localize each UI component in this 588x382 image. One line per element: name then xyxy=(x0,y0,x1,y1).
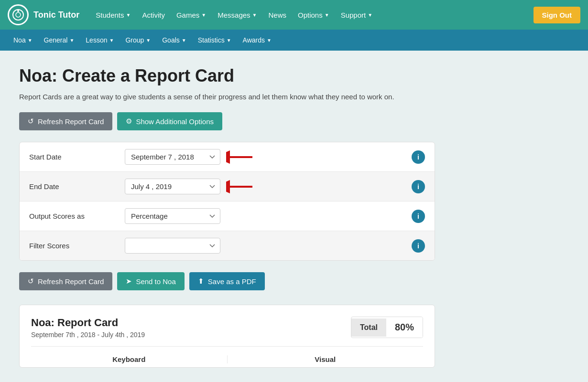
start-date-label: Start Date xyxy=(29,153,125,161)
filter-scores-row: Filter Scores i xyxy=(20,231,435,260)
chevron-down-icon: ▼ xyxy=(267,38,272,43)
logo-title: Tonic Tutor xyxy=(33,10,79,20)
filter-scores-label: Filter Scores xyxy=(29,242,125,250)
logo-area[interactable]: Tonic Tutor xyxy=(8,4,79,25)
subnav-general[interactable]: General ▼ xyxy=(38,33,80,47)
main-content: Noa: Create a Report Card Report Cards a… xyxy=(0,51,459,382)
output-scores-label: Output Scores as xyxy=(29,212,125,220)
start-date-select[interactable]: September 7 , 2018 xyxy=(125,149,220,165)
report-card-title: Noa: Report Card xyxy=(31,317,145,329)
subnav-statistics[interactable]: Statistics ▼ xyxy=(192,33,237,47)
report-card-date: September 7th , 2018 - July 4th , 2019 xyxy=(31,331,145,339)
refresh-report-card-button-bottom[interactable]: ↺ Refresh Report Card xyxy=(19,272,112,290)
sign-out-button[interactable]: Sign Out xyxy=(534,7,581,23)
logo-icon xyxy=(8,4,29,25)
end-date-control-area: July 4 , 2019 xyxy=(125,179,412,194)
chevron-down-icon: ▼ xyxy=(325,12,329,18)
nav-students[interactable]: Students ▼ xyxy=(91,7,135,23)
report-card-header: Noa: Report Card September 7th , 2018 - … xyxy=(31,317,423,339)
bottom-action-row: ↺ Refresh Report Card ➤ Send to Noa ⬆ Sa… xyxy=(19,272,440,290)
start-date-control-area: September 7 , 2018 xyxy=(125,149,412,165)
chevron-down-icon: ▼ xyxy=(368,12,372,18)
start-date-info-icon[interactable]: i xyxy=(412,150,425,164)
nav-support[interactable]: Support ▼ xyxy=(336,7,377,23)
top-navigation: Tonic Tutor Students ▼ Activity Games ▼ … xyxy=(0,0,588,30)
red-arrow-annotation-end xyxy=(226,180,255,194)
output-scores-select[interactable]: Percentage xyxy=(125,208,220,224)
end-date-label: End Date xyxy=(29,182,125,191)
report-card-section: Noa: Report Card September 7th , 2018 - … xyxy=(19,305,435,368)
end-date-select[interactable]: July 4 , 2019 xyxy=(125,179,220,194)
report-card-title-area: Noa: Report Card September 7th , 2018 - … xyxy=(31,317,145,339)
nav-options[interactable]: Options ▼ xyxy=(293,7,334,23)
refresh-report-card-button-top[interactable]: ↺ Refresh Report Card xyxy=(19,112,112,130)
subnav-noa[interactable]: Noa ▼ xyxy=(8,33,38,47)
report-col-visual: Visual xyxy=(228,351,424,367)
report-card-form: Start Date September 7 , 2018 i xyxy=(19,142,435,261)
chevron-down-icon: ▼ xyxy=(126,12,131,18)
page-title: Noa: Create a Report Card xyxy=(19,66,440,86)
send-icon: ➤ xyxy=(126,277,132,286)
refresh-icon: ↺ xyxy=(28,117,34,126)
chevron-down-icon: ▼ xyxy=(146,38,151,43)
chevron-down-icon: ▼ xyxy=(252,12,257,18)
output-scores-info-icon[interactable]: i xyxy=(412,210,425,223)
total-label: Total xyxy=(351,318,386,337)
subnav-group[interactable]: Group ▼ xyxy=(120,33,156,47)
chevron-down-icon: ▼ xyxy=(69,38,74,43)
report-col-keyboard: Keyboard xyxy=(31,351,227,367)
chevron-down-icon: ▼ xyxy=(28,38,33,43)
svg-point-1 xyxy=(16,12,21,17)
filter-scores-select[interactable] xyxy=(125,238,220,254)
output-scores-row: Output Scores as Percentage i xyxy=(20,202,435,231)
subnav-goals[interactable]: Goals ▼ xyxy=(156,33,192,47)
nav-messages[interactable]: Messages ▼ xyxy=(213,7,261,23)
page-description: Report Cards are a great way to give stu… xyxy=(19,93,440,101)
chevron-down-icon: ▼ xyxy=(182,38,186,43)
chevron-down-icon: ▼ xyxy=(201,12,206,18)
pdf-icon: ⬆ xyxy=(198,277,204,286)
refresh-icon: ↺ xyxy=(28,277,34,286)
top-nav-items: Students ▼ Activity Games ▼ Messages ▼ N… xyxy=(91,7,533,23)
filter-scores-control-area xyxy=(125,238,412,254)
sub-navigation: Noa ▼ General ▼ Lesson ▼ Group ▼ Goals ▼… xyxy=(0,30,588,51)
svg-point-2 xyxy=(17,10,19,12)
send-to-noa-button[interactable]: ➤ Send to Noa xyxy=(117,272,184,290)
total-value: 80% xyxy=(386,317,423,338)
report-card-columns: Keyboard Visual xyxy=(31,346,423,367)
chevron-down-icon: ▼ xyxy=(227,38,231,43)
top-action-row: ↺ Refresh Report Card ⚙ Show Additional … xyxy=(19,112,440,130)
end-date-info-icon[interactable]: i xyxy=(412,180,425,193)
show-additional-options-button[interactable]: ⚙ Show Additional Options xyxy=(117,112,222,130)
subnav-lesson[interactable]: Lesson ▼ xyxy=(80,33,120,47)
red-arrow-annotation-start xyxy=(226,150,255,164)
gear-icon: ⚙ xyxy=(126,117,132,126)
start-date-row: Start Date September 7 , 2018 i xyxy=(20,142,435,172)
nav-activity[interactable]: Activity xyxy=(137,7,170,23)
chevron-down-icon: ▼ xyxy=(109,38,114,43)
end-date-row: End Date July 4 , 2019 i xyxy=(20,172,435,202)
filter-scores-info-icon[interactable]: i xyxy=(412,239,425,253)
nav-news[interactable]: News xyxy=(264,7,292,23)
subnav-awards[interactable]: Awards ▼ xyxy=(237,33,277,47)
nav-games[interactable]: Games ▼ xyxy=(172,7,211,23)
save-as-pdf-button[interactable]: ⬆ Save as a PDF xyxy=(189,272,265,290)
total-box: Total 80% xyxy=(351,317,423,338)
output-scores-control-area: Percentage xyxy=(125,208,412,224)
